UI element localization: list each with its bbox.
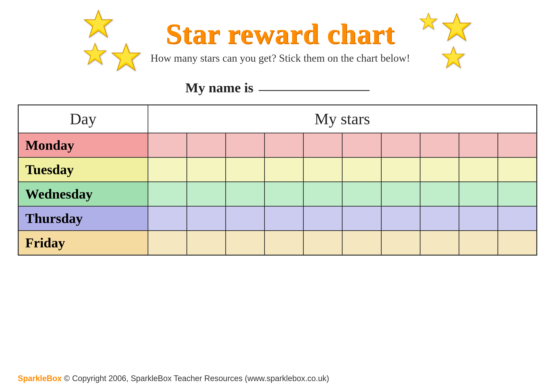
- star-cell: [381, 182, 420, 206]
- star-cell: [498, 231, 537, 255]
- table-row: Monday: [18, 133, 537, 157]
- star-cell: [187, 206, 226, 231]
- star-cell: [459, 182, 498, 206]
- star-cell: [498, 206, 537, 231]
- star-cell: [342, 182, 381, 206]
- star-cell: [381, 231, 420, 255]
- star-cell: [187, 133, 226, 157]
- star-cell: [420, 206, 459, 231]
- star-cell: [381, 133, 420, 157]
- star-icon-left-bottom-2: [110, 42, 142, 73]
- star-cell: [381, 206, 420, 231]
- star-cell: [342, 157, 381, 182]
- star-cell: [265, 182, 303, 206]
- star-cell: [342, 133, 381, 157]
- star-cell: [265, 231, 303, 255]
- day-cell-monday: Monday: [18, 133, 148, 157]
- star-icon-right-top-2: [441, 12, 472, 43]
- star-cell: [342, 206, 381, 231]
- star-cell: [420, 133, 459, 157]
- name-section: My name is: [18, 80, 537, 96]
- star-cell: [226, 133, 264, 157]
- column-header-stars: My stars: [148, 105, 537, 133]
- reward-chart-table: Day My stars MondayTuesdayWednesdayThurs…: [18, 105, 537, 256]
- star-cell: [303, 231, 342, 255]
- star-cell: [459, 133, 498, 157]
- left-stars-group: [83, 9, 142, 73]
- day-cell-thursday: Thursday: [18, 206, 148, 231]
- star-cell: [187, 231, 226, 255]
- page: Star reward chart How many stars can you…: [0, 0, 555, 392]
- star-cell: [148, 157, 187, 182]
- name-underline: [259, 90, 370, 91]
- star-cell: [226, 231, 264, 255]
- star-cell: [226, 182, 264, 206]
- star-icon-left-bottom-1: [83, 42, 107, 67]
- star-cell: [303, 133, 342, 157]
- footer-brand: SparkleBox: [18, 374, 62, 383]
- star-cell: [187, 157, 226, 182]
- star-cell: [303, 182, 342, 206]
- day-cell-friday: Friday: [18, 231, 148, 255]
- star-cell: [420, 231, 459, 255]
- star-cell: [148, 133, 187, 157]
- star-cell: [303, 206, 342, 231]
- star-cell: [148, 206, 187, 231]
- star-cell: [265, 133, 303, 157]
- header-center: Star reward chart How many stars can you…: [151, 18, 410, 64]
- name-label: My name is: [185, 80, 254, 95]
- day-cell-tuesday: Tuesday: [18, 157, 148, 182]
- star-cell: [420, 157, 459, 182]
- star-cell: [381, 157, 420, 182]
- star-cell: [148, 231, 187, 255]
- page-title: Star reward chart: [151, 18, 410, 50]
- star-cell: [459, 206, 498, 231]
- star-cell: [265, 157, 303, 182]
- header: Star reward chart How many stars can you…: [18, 9, 537, 73]
- right-stars-group: [419, 12, 472, 70]
- star-cell: [226, 157, 264, 182]
- table-row: Wednesday: [18, 182, 537, 206]
- table-body: MondayTuesdayWednesdayThursdayFriday: [18, 133, 537, 255]
- star-cell: [459, 231, 498, 255]
- star-cell: [342, 231, 381, 255]
- footer: SparkleBox © Copyright 2006, SparkleBox …: [18, 374, 329, 383]
- column-header-day: Day: [18, 105, 148, 133]
- star-icon-right-bottom: [441, 45, 466, 70]
- star-cell: [420, 182, 459, 206]
- star-cell: [498, 182, 537, 206]
- star-cell: [459, 157, 498, 182]
- table-row: Thursday: [18, 206, 537, 231]
- star-cell: [303, 157, 342, 182]
- day-cell-wednesday: Wednesday: [18, 182, 148, 206]
- star-cell: [265, 206, 303, 231]
- table-header-row: Day My stars: [18, 105, 537, 133]
- star-cell: [498, 157, 537, 182]
- star-cell: [187, 182, 226, 206]
- star-icon-left-top: [83, 9, 114, 40]
- page-subtitle: How many stars can you get? Stick them o…: [151, 52, 410, 64]
- star-cell: [226, 206, 264, 231]
- star-cell: [498, 133, 537, 157]
- star-cell: [148, 182, 187, 206]
- footer-copyright: © Copyright 2006, SparkleBox Teacher Res…: [64, 374, 329, 383]
- star-icon-right-top-1: [419, 12, 438, 31]
- table-row: Friday: [18, 231, 537, 255]
- table-row: Tuesday: [18, 157, 537, 182]
